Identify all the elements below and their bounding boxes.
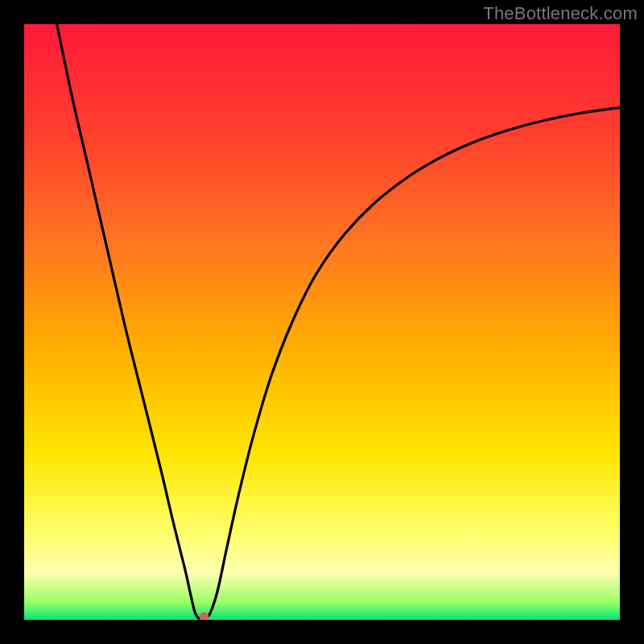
watermark-text: TheBottleneck.com	[483, 3, 638, 24]
chart-svg	[24, 24, 620, 620]
chart-background	[24, 24, 620, 620]
chart-container	[24, 24, 620, 620]
